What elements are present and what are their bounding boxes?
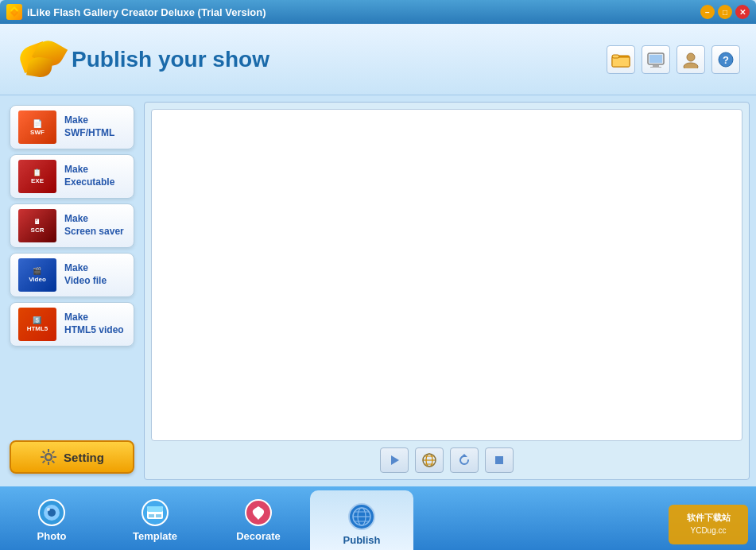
svg-line-18 [43, 451, 45, 454]
svg-point-13 [45, 454, 52, 460]
svg-point-9 [687, 53, 695, 61]
photo-tab-label: Photo [37, 530, 67, 542]
setting-area: Setting [6, 437, 138, 480]
svg-rect-37 [147, 506, 163, 512]
exe-icon: 📋 EXE [18, 160, 56, 193]
watermark-logo: 软件下载站 YCDug.cc [669, 505, 748, 544]
internet-button[interactable] [415, 447, 444, 473]
svg-rect-4 [612, 55, 619, 58]
svg-point-10 [684, 63, 698, 68]
html5-icon: 5️⃣ HTML5 [18, 308, 56, 341]
screen-icon: 🖥 SCR [18, 209, 56, 242]
screen-label: MakeScreen saver [64, 213, 124, 238]
svg-rect-47 [669, 505, 748, 544]
svg-rect-3 [612, 57, 630, 67]
app-logo [16, 37, 72, 81]
svg-point-34 [47, 508, 50, 511]
account-button[interactable] [677, 45, 705, 74]
maximize-button[interactable]: □ [718, 5, 732, 19]
svg-marker-29 [461, 454, 467, 457]
page-title: Publish your show [72, 47, 269, 72]
svg-line-19 [52, 461, 55, 463]
publish-tab-label: Publish [343, 534, 381, 546]
header-toolbar: ? [607, 45, 740, 74]
swf-icon: 📄 SWF [18, 110, 56, 144]
svg-line-20 [52, 451, 55, 454]
bottom-tabs: Photo Template Decorate [0, 486, 756, 550]
make-html5-button[interactable]: 5️⃣ HTML5 MakeHTML5 video [10, 302, 134, 347]
tab-photo[interactable]: Photo [0, 486, 103, 546]
publish-tab-icon [347, 502, 376, 531]
photo-tab-icon [37, 498, 66, 527]
app-title: iLike Flash Gallery Creator Deluxe (Tria… [27, 6, 266, 18]
app-icon [6, 4, 22, 20]
setting-label: Setting [64, 451, 104, 464]
open-folder-button[interactable] [607, 45, 635, 74]
tab-publish[interactable]: Publish [310, 490, 413, 550]
html5-label: MakeHTML5 video [64, 312, 124, 336]
sidebar-buttons: 📄 SWF MakeSWF/HTML 📋 EXE MakeExecutable [6, 102, 138, 437]
header: Publish your show [0, 24, 756, 95]
svg-rect-38 [149, 514, 154, 517]
sidebar: 📄 SWF MakeSWF/HTML 📋 EXE MakeExecutable [6, 102, 138, 480]
preview-canvas [151, 109, 742, 441]
tab-template[interactable]: Template [103, 486, 207, 546]
template-tab-label: Template [133, 530, 177, 542]
play-button[interactable] [380, 447, 409, 473]
svg-line-21 [43, 461, 45, 463]
stop-button[interactable] [485, 447, 514, 473]
svg-marker-22 [391, 455, 399, 465]
make-exe-button[interactable]: 📋 EXE MakeExecutable [10, 154, 134, 199]
gear-icon [40, 448, 57, 466]
preview-button[interactable] [642, 45, 670, 74]
close-button[interactable]: ✕ [735, 5, 750, 19]
tab-decorate[interactable]: Decorate [207, 486, 310, 546]
svg-text:?: ? [723, 54, 729, 66]
svg-text:软件下载站: 软件下载站 [686, 513, 731, 522]
exe-label: MakeExecutable [64, 164, 114, 188]
swf-label: MakeSWF/HTML [64, 114, 114, 139]
svg-rect-30 [495, 456, 503, 464]
decorate-tab-icon [244, 498, 273, 527]
main-content: 📄 SWF MakeSWF/HTML 📋 EXE MakeExecutable [0, 95, 756, 486]
video-label: MakeVideo file [64, 262, 107, 287]
svg-rect-8 [649, 55, 662, 63]
template-tab-icon [141, 498, 169, 527]
refresh-button[interactable] [450, 447, 479, 473]
svg-rect-6 [653, 65, 659, 67]
preview-controls [151, 441, 742, 473]
video-icon: 🎬 Video [18, 258, 56, 292]
svg-text:YCDug.cc: YCDug.cc [690, 526, 726, 535]
help-button[interactable]: ? [711, 45, 740, 74]
titlebar-left: iLike Flash Gallery Creator Deluxe (Tria… [6, 4, 266, 20]
titlebar: iLike Flash Gallery Creator Deluxe (Tria… [0, 0, 756, 24]
make-video-button[interactable]: 🎬 Video MakeVideo file [10, 253, 134, 297]
preview-area [144, 102, 750, 480]
decorate-tab-label: Decorate [236, 530, 281, 542]
svg-rect-39 [156, 514, 161, 517]
make-screen-button[interactable]: 🖥 SCR MakeScreen saver [10, 203, 134, 248]
svg-rect-7 [650, 67, 661, 68]
window-controls: − □ ✕ [700, 5, 750, 19]
minimize-button[interactable]: − [700, 5, 715, 19]
make-swf-button[interactable]: 📄 SWF MakeSWF/HTML [10, 105, 134, 149]
watermark: 软件下载站 YCDug.cc [669, 505, 748, 546]
setting-button[interactable]: Setting [10, 440, 134, 474]
